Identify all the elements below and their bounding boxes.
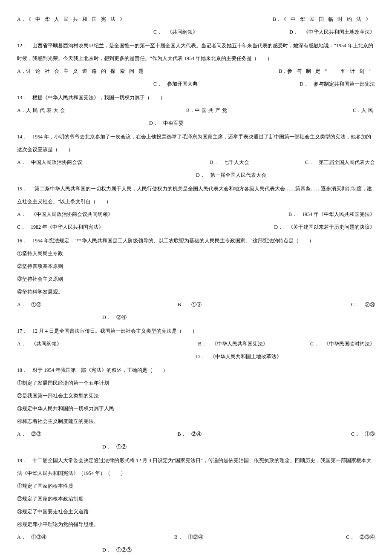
question-text: 1954 年，小明的爷爷去北京参加了一次会议，在会上他投票选举了毛泽东为国家主席… [17, 134, 371, 152]
question-text: 根据《中华人民共和国宪法》，我国一切权力属于（ ） [32, 95, 165, 101]
option-d: D． ①②③ [102, 543, 375, 555]
option-c: C． ①③ [351, 428, 375, 440]
question-number: 15． [17, 186, 27, 192]
statement-4: ④标志着社会主义制度建立的宪法。 [17, 415, 375, 428]
option-c: C． 参加开国大典 [153, 78, 198, 90]
question-15: 15． "第二条中华人民共和国的一切权力属于人民，人民行使权力的机关是全国人民代… [17, 182, 375, 233]
question-number: 16． [17, 238, 27, 244]
statement-4: ④坚持科学发展观。 [17, 285, 375, 298]
option-b: B． 《中华人民共和国宪法》 [198, 337, 268, 350]
option-c: C． ②③④ [346, 531, 375, 543]
statement-2: ②坚持四项基本原则 [17, 260, 375, 273]
statement-1: ①规定了国家的根本性质 [17, 480, 375, 492]
statement-3: ③规定了中国要走社会主义道路 [17, 505, 375, 518]
option-d: D． 中央军委 [149, 117, 375, 129]
option-d: D． 《中华人民共和国土地改革法》 [196, 350, 375, 363]
option-d: D． 《关于建国以来若干历史问题的决议》 [274, 221, 375, 233]
question-17: 17． 12 月 4 日是全国普法宣传日。我国第一部社会主义类型的宪法是（ ） … [17, 325, 375, 363]
question-19: 19． 十二届全国人大常委会决定通过法律的形式将 12 月 4 日设定为"国家宪… [17, 454, 375, 555]
option-a: A． ②③ [17, 428, 41, 440]
statement-1: ①制定了发展国民经济的第一个五年计划 [17, 377, 375, 389]
question-number: 12． [17, 43, 27, 49]
option-a: A． 《共同纲领》 [17, 337, 62, 350]
statement-3: ③坚持社会主义原则 [17, 273, 375, 285]
question-number: 17． [17, 328, 27, 334]
question-11-options: A．《中华人民共和国宪法》 B．《中华民国临时约法》 C． 《共同纲领》 D． … [17, 13, 375, 38]
option-b: B．中国共产党 [186, 104, 229, 117]
statement-2: ②是我国第一部社会主义类型的宪法 [17, 389, 375, 402]
question-text: 山西省平顺县西沟村农民申纪兰，是全国惟一的第一至十届全国人大代表。当记者问及她五… [17, 43, 373, 61]
option-b: B．参与制定"一五计划" [279, 65, 375, 78]
question-14: 14． 1954 年，小明的爷爷去北京参加了一次会议，在会上他投票选举了毛泽东为… [17, 130, 375, 181]
question-text: 对于 1954 年我国第一部《宪法》的叙述，正确的是（ ） [32, 367, 168, 373]
option-a: A．《中华人民共和国宪法》 [17, 13, 129, 26]
option-b: B． ②④ [178, 428, 202, 440]
option-c: C． 第三届全国人民代表大会 [305, 156, 375, 169]
option-d: D． ②④ [102, 311, 375, 324]
option-a: A．人民代表大会 [17, 104, 67, 117]
option-b: B． 七千人大会 [210, 156, 249, 169]
option-a: A．讨论社会主义道路的探索问题 [17, 65, 148, 78]
option-a: A． ①③④ [17, 531, 46, 543]
statement-1: ①坚持人民民主专政 [17, 247, 375, 260]
question-number: 18． [17, 367, 27, 373]
option-c: C． ②③ [351, 298, 375, 311]
option-d: D． 参与制定共和国第一部宪法 [300, 78, 375, 90]
option-d: D． ①② [102, 440, 375, 453]
statement-2: ②规定了国家的根本政治制度 [17, 492, 375, 505]
question-12: 12． 山西省平顺县西沟村农民申纪兰，是全国惟一的第一至十届全国人大代表。当记者… [17, 39, 375, 90]
option-c: C． 1982 年《中华人民共和国宪法》 [17, 221, 104, 233]
question-16: 16． 1954 年宪法规定："中华人民共和国是工人阶级领导的、以工农联盟为基础… [17, 234, 375, 324]
question-text: 十二届全国人大常委会决定通过法律的形式将 12 月 4 日设定为"国家宪法日"，… [17, 457, 372, 476]
question-text: 1954 年宪法规定："中华人民共和国是工人阶级领导的、以工农联盟为基础的人民民… [32, 238, 314, 244]
option-a: A． 《中国人民政治协商会议共同纲领》 [17, 208, 113, 221]
statement-4: ④规定邓小平理论为党的指导思想。 [17, 518, 375, 531]
question-18: 18． 对于 1954 年我国第一部《宪法》的叙述，正确的是（ ） ①制定了发展… [17, 364, 375, 453]
question-13: 13． 根据《中华人民共和国宪法》，我国一切权力属于（ ） A．人民代表大会 B… [17, 91, 375, 129]
question-text: "第二条中华人民共和国的一切权力属于人民，人民行使权力的机关是全国人民代表大会和… [17, 186, 372, 204]
option-b: B． ①③ [178, 298, 202, 311]
option-c: C．人民 [353, 104, 375, 117]
option-b: B． ①②④ [174, 531, 203, 543]
option-c: C． 《中华民国临时约法》 [310, 337, 375, 350]
question-text: 12 月 4 日是全国普法宣传日。我国第一部社会主义类型的宪法是（ ） [32, 328, 197, 334]
option-d: D． 第一届全国人民代表大会 [196, 169, 375, 181]
question-number: 13． [17, 95, 27, 101]
option-a: A． 中国人民政治协商会议 [17, 156, 82, 169]
option-b: B． 1954 年《中华人民共和国宪法》 [288, 208, 375, 221]
question-number: 19． [17, 457, 27, 463]
statement-3: ③规定中华人民共和国的一切权力属于人民 [17, 402, 375, 415]
question-number: 14． [17, 134, 27, 140]
option-c: C． 《共同纲领》 [153, 26, 198, 38]
option-a: A． ①② [17, 298, 41, 311]
option-d: D． 《中华人民共和国土地改革法》 [289, 26, 375, 38]
option-b: B．《中华民国临时约法》 [273, 13, 375, 26]
